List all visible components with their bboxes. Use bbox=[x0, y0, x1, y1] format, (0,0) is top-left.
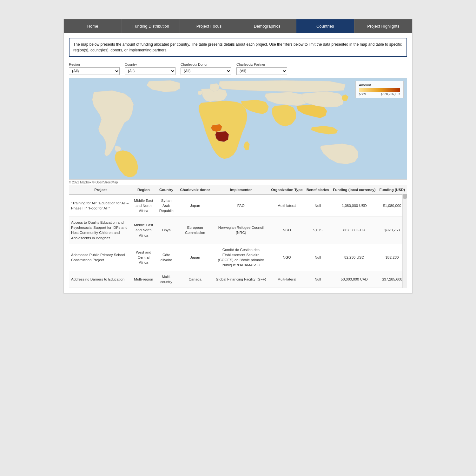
legend-title: Amount bbox=[359, 83, 400, 87]
col-funding-usd: Funding (USD) bbox=[377, 185, 407, 195]
table-row: Access to Quality Education and Psychoso… bbox=[69, 217, 407, 244]
cell-funding_local: 807,500 EUR bbox=[331, 217, 377, 244]
cell-implementer: Global Financing Facility (GFF) bbox=[213, 271, 269, 288]
filters-row: Region (All) Country (All) Charlevoix Do… bbox=[64, 60, 412, 78]
nav-bar: Home Funding Distribution Project Focus … bbox=[64, 19, 412, 33]
table-row: "Training for All" "Education for All – … bbox=[69, 195, 407, 217]
nav-project-focus[interactable]: Project Focus bbox=[180, 19, 238, 33]
filter-region-label: Region bbox=[69, 63, 120, 66]
cell-org_type: NGO bbox=[269, 244, 304, 271]
col-implementer: Implementer bbox=[213, 185, 269, 195]
col-country: Country bbox=[155, 185, 177, 195]
scrollbar[interactable] bbox=[402, 185, 407, 288]
filter-country-select[interactable]: (All) bbox=[125, 67, 175, 75]
cell-donor: European Commission bbox=[177, 217, 213, 244]
nav-demographics[interactable]: Demographics bbox=[238, 19, 296, 33]
table-row: Adamasso Public Primary School Construct… bbox=[69, 244, 407, 271]
filter-donor-label: Charlevoix Donor bbox=[181, 63, 231, 66]
nav-funding-distribution[interactable]: Funding Distribution bbox=[122, 19, 180, 33]
legend-gradient bbox=[359, 88, 400, 92]
cell-org_type: Multi-lateral bbox=[269, 195, 304, 217]
info-text: The map below presents the amount of fun… bbox=[73, 42, 402, 52]
legend-max: $828,266,107 bbox=[381, 92, 400, 96]
cell-funding_local: 82,230 USD bbox=[331, 244, 377, 271]
cell-org_type: NGO bbox=[269, 217, 304, 244]
cell-org_type: Multi-lateral bbox=[269, 271, 304, 288]
legend-min: $589 bbox=[359, 92, 366, 96]
cell-country: Libya bbox=[155, 217, 177, 244]
map-container[interactable]: Amount $589 $828,266,107 bbox=[69, 78, 407, 180]
cell-beneficiaries: 5,075 bbox=[305, 217, 331, 244]
map-credit: © 2022 Mapbox © OpenStreetMap bbox=[64, 180, 412, 185]
cell-implementer: FAO bbox=[213, 195, 269, 217]
filter-donor-select[interactable]: (All) bbox=[181, 67, 231, 75]
cell-implementer: Comité de Gestion des Etablissement Scol… bbox=[213, 244, 269, 271]
cell-region: Middle East and North Africa bbox=[132, 217, 155, 244]
map-legend: Amount $589 $828,266,107 bbox=[355, 81, 404, 98]
cell-project: Access to Quality Education and Psychoso… bbox=[69, 217, 132, 244]
app-container: Home Funding Distribution Project Focus … bbox=[63, 19, 413, 294]
data-table-wrapper[interactable]: Project Region Country Charlevoix donor … bbox=[69, 185, 407, 288]
cell-beneficiaries: Null bbox=[305, 244, 331, 271]
legend-values: $589 $828,266,107 bbox=[359, 92, 400, 96]
filter-donor: Charlevoix Donor (All) bbox=[181, 63, 231, 75]
col-donor: Charlevoix donor bbox=[177, 185, 213, 195]
table-row: Addressing Barriers to EducationMulti-re… bbox=[69, 271, 407, 288]
cell-implementer: Norwegian Refugee Council (NRC) bbox=[213, 217, 269, 244]
cell-region: Multi-region bbox=[132, 271, 155, 288]
col-funding-local: Funding (local currency) bbox=[331, 185, 377, 195]
filter-partner-select[interactable]: (All) bbox=[236, 67, 287, 75]
cell-donor: Canada bbox=[177, 271, 213, 288]
cell-donor: Japan bbox=[177, 244, 213, 271]
nav-home[interactable]: Home bbox=[64, 19, 122, 33]
col-project: Project bbox=[69, 185, 132, 195]
info-box: The map below presents the amount of fun… bbox=[69, 38, 407, 57]
cell-project: "Training for All" "Education for All – … bbox=[69, 195, 132, 217]
filter-region: Region (All) bbox=[69, 63, 120, 75]
cell-beneficiaries: Null bbox=[305, 271, 331, 288]
table-header-row: Project Region Country Charlevoix donor … bbox=[69, 185, 407, 195]
cell-country: Côte d'Ivoire bbox=[155, 244, 177, 271]
col-org-type: Organization Type bbox=[269, 185, 304, 195]
cell-region: West and Central Africa bbox=[132, 244, 155, 271]
cell-country: Syrian Arab Republic bbox=[155, 195, 177, 217]
filter-country: Country (All) bbox=[125, 63, 175, 75]
filter-country-label: Country bbox=[125, 63, 175, 66]
col-region: Region bbox=[132, 185, 155, 195]
filter-partner-label: Charlevoix Partner bbox=[236, 63, 287, 66]
cell-country: Multi-country bbox=[155, 271, 177, 288]
data-table: Project Region Country Charlevoix donor … bbox=[69, 185, 407, 288]
cell-project: Adamasso Public Primary School Construct… bbox=[69, 244, 132, 271]
cell-region: Middle East and North Africa bbox=[132, 195, 155, 217]
cell-donor: Japan bbox=[177, 195, 213, 217]
nav-countries[interactable]: Countries bbox=[296, 19, 354, 33]
filter-region-select[interactable]: (All) bbox=[69, 67, 120, 75]
cell-funding_local: 1,080,000 USD bbox=[331, 195, 377, 217]
cell-funding_local: 50,000,000 CAD bbox=[331, 271, 377, 288]
cell-beneficiaries: Null bbox=[305, 195, 331, 217]
nav-project-highlights[interactable]: Project Highlights bbox=[354, 19, 412, 33]
filter-partner: Charlevoix Partner (All) bbox=[236, 63, 287, 75]
cell-project: Addressing Barriers to Education bbox=[69, 271, 132, 288]
col-beneficiaries: Beneficiaries bbox=[305, 185, 331, 195]
